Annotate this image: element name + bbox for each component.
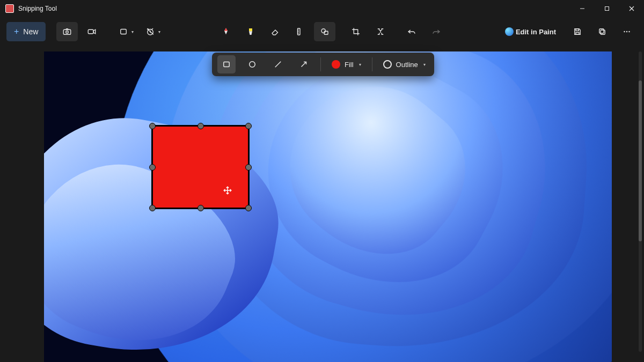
eraser-tool-button[interactable] (265, 22, 286, 41)
new-label: New (23, 27, 38, 36)
chevron-down-icon: ▾ (131, 29, 134, 34)
fill-swatch-icon (332, 60, 340, 69)
svg-rect-6 (89, 29, 94, 34)
svg-point-25 (628, 31, 630, 32)
svg-line-30 (275, 62, 281, 68)
svg-rect-19 (576, 29, 579, 31)
resize-handle-n[interactable] (197, 123, 204, 129)
app-title: Snipping Tool (18, 5, 57, 12)
text-extract-button[interactable] (370, 22, 391, 41)
new-snip-button[interactable]: + New (6, 22, 46, 41)
svg-rect-7 (121, 29, 127, 34)
resize-handle-nw[interactable] (149, 123, 156, 129)
maximize-button[interactable] (595, 0, 619, 17)
svg-rect-28 (224, 62, 230, 67)
titlebar: Snipping Tool (0, 0, 644, 17)
save-button[interactable] (567, 22, 588, 41)
separator (320, 57, 321, 71)
main-toolbar: + New ▾ ▾ (0, 17, 644, 46)
camera-mode-button[interactable] (56, 22, 78, 41)
fill-color-dropdown[interactable]: Fill ▾ (328, 55, 364, 73)
svg-line-10 (152, 28, 153, 29)
chevron-down-icon: ▾ (359, 62, 361, 67)
copy-button[interactable] (591, 22, 613, 41)
undo-button[interactable] (401, 22, 422, 41)
canvas[interactable] (44, 51, 612, 362)
crop-tool-button[interactable] (345, 22, 367, 41)
video-mode-button[interactable] (81, 22, 103, 41)
outline-swatch-icon (383, 60, 392, 69)
chevron-down-icon: ▾ (423, 62, 426, 67)
svg-rect-20 (576, 33, 579, 35)
resize-handle-s[interactable] (197, 205, 204, 211)
svg-point-29 (250, 62, 255, 68)
svg-rect-4 (64, 29, 71, 34)
shape-line-button[interactable] (269, 55, 287, 73)
svg-rect-21 (601, 30, 605, 34)
svg-rect-18 (324, 31, 328, 34)
shapes-tool-button[interactable] (314, 22, 335, 41)
more-options-button[interactable] (616, 22, 638, 41)
svg-rect-22 (599, 29, 604, 33)
shape-rectangle-button[interactable] (217, 55, 236, 73)
fill-label: Fill (345, 61, 354, 69)
drawn-rectangle-shape[interactable] (151, 125, 250, 209)
svg-point-23 (624, 31, 625, 32)
minimize-button[interactable] (570, 0, 595, 17)
edit-in-paint-label: Edit in Paint (516, 28, 556, 36)
plus-icon: + (14, 27, 19, 36)
paint-app-icon (505, 27, 514, 36)
resize-handle-se[interactable] (245, 205, 252, 211)
outline-label: Outline (396, 61, 418, 69)
svg-point-24 (626, 31, 627, 32)
ruler-tool-button[interactable] (289, 22, 311, 41)
app-icon (5, 4, 14, 13)
vertical-scrollbar-thumb[interactable] (639, 80, 642, 241)
move-cursor-icon (223, 186, 232, 195)
svg-line-31 (302, 62, 306, 67)
svg-rect-1 (605, 7, 609, 11)
close-button[interactable] (619, 0, 644, 17)
chevron-down-icon: ▾ (158, 29, 160, 34)
pen-tool-button[interactable] (215, 22, 237, 41)
resize-handle-e[interactable] (245, 164, 252, 171)
resize-handle-ne[interactable] (245, 123, 252, 129)
separator (372, 57, 372, 71)
redo-button[interactable] (426, 22, 447, 41)
svg-point-5 (66, 31, 69, 34)
svg-point-17 (321, 29, 326, 33)
shape-arrow-button[interactable] (295, 55, 313, 73)
highlighter-tool-button[interactable] (240, 22, 261, 41)
outline-dropdown[interactable]: Outline ▾ (380, 55, 429, 73)
svg-rect-12 (249, 28, 252, 31)
resize-handle-w[interactable] (149, 164, 156, 171)
resize-handle-sw[interactable] (149, 205, 156, 211)
shapes-floating-toolbar: Fill ▾ Outline ▾ (212, 53, 434, 76)
edit-in-paint-button[interactable]: Edit in Paint (497, 22, 564, 41)
delay-dropdown[interactable]: ▾ (141, 22, 165, 41)
window-controls (570, 0, 644, 17)
snip-mode-dropdown[interactable]: ▾ (114, 22, 138, 41)
shape-circle-button[interactable] (243, 55, 261, 73)
